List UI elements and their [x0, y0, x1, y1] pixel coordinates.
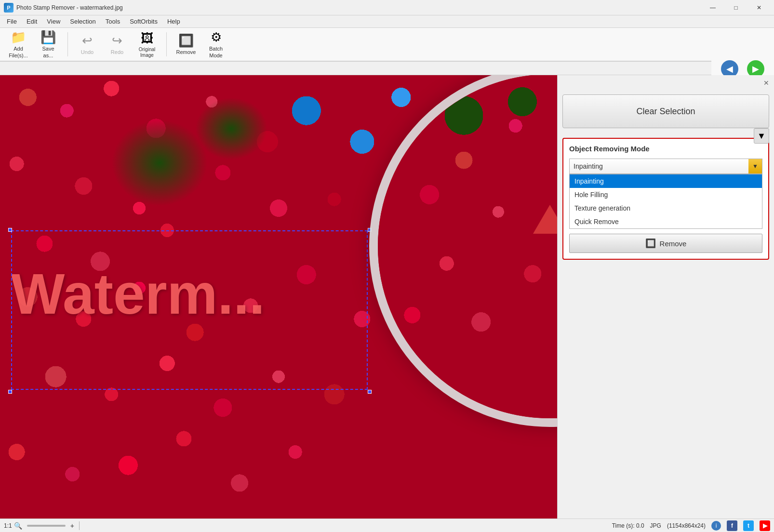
menu-edit[interactable]: Edit [22, 16, 42, 27]
watermark-text: Waterm... [11, 261, 265, 327]
menu-help[interactable]: Help [162, 16, 185, 27]
minimize-button[interactable]: — [702, 0, 724, 15]
add-files-icon: 📁 [11, 30, 26, 45]
dropdown-value: Inpainting [574, 162, 603, 170]
redo-button[interactable]: ↪ Redo [103, 29, 132, 59]
batch-mode-button[interactable]: ⚙ Batch Mode [201, 29, 230, 59]
undo-button[interactable]: ↩ Undo [73, 29, 102, 59]
mode-box-title: Object Removing Mode [569, 145, 762, 153]
sep-1 [79, 521, 80, 530]
dropdown-option-inpainting[interactable]: Inpainting [570, 174, 762, 188]
right-panel: ✕ Clear Selection ▼ Object Removing Mode… [557, 75, 774, 519]
photo-background: Waterm... [0, 75, 557, 519]
dropdown-option-hole-filling[interactable]: Hole Filling [570, 188, 762, 201]
foliage-2 [195, 97, 267, 160]
toolbar-group-file: 📁 Add File(s)... 💾 Save as... [4, 29, 63, 59]
zoom-plus-icon: + [70, 522, 74, 530]
dropdown-container: Inpainting ▼ Inpainting Hole Filling Tex… [569, 159, 762, 229]
photo-container: Waterm... [0, 75, 557, 519]
zoom-level: 1:1 [4, 522, 12, 529]
redo-icon: ↪ [112, 33, 122, 48]
subtoolbar [0, 62, 774, 75]
undo-icon: ↩ [82, 33, 93, 48]
panel-close-button[interactable]: ✕ [761, 78, 771, 88]
statusbar-right: Time (s): 0.0 JPG (1154x864x24) i f t ▶ [612, 520, 770, 531]
scroll-down-icon: ▼ [757, 131, 766, 141]
selection-handle-br[interactable] [368, 390, 372, 394]
scroll-down-button[interactable]: ▼ [754, 128, 769, 144]
selection-handle-tl[interactable] [8, 228, 12, 232]
canvas-area[interactable]: Waterm... [0, 75, 557, 519]
info-button[interactable]: i [711, 521, 721, 531]
window-title: Photo Stamp Remover - watermarked.jpg [16, 4, 702, 11]
dropdown-option-texture-gen[interactable]: Texture generation [570, 201, 762, 215]
main-area: Waterm... ✕ Clear Selection [0, 75, 774, 519]
dropdown-option-quick-remove[interactable]: Quick Remove [570, 215, 762, 228]
menu-view[interactable]: View [42, 16, 65, 27]
foliage-1 [111, 120, 208, 206]
add-files-label: Add File(s)... [9, 46, 28, 58]
save-icon: 💾 [40, 30, 56, 45]
remove-icon: 🔲 [178, 33, 194, 48]
dropdown-selected[interactable]: Inpainting ▼ [569, 159, 762, 174]
save-label: Save as... [42, 46, 54, 58]
toolbar: 📁 Add File(s)... 💾 Save as... ↩ Undo ↪ R… [0, 28, 774, 62]
menu-file[interactable]: File [2, 16, 22, 27]
statusbar: 1:1 🔍 + Time (s): 0.0 JPG (1154x864x24) … [0, 519, 774, 532]
remove-button[interactable]: 🔲 Remove [172, 29, 200, 59]
selection-handle-bl[interactable] [8, 390, 12, 394]
format-label: JPG [650, 522, 661, 529]
original-image-button[interactable]: 🖼 Original Image [133, 29, 161, 59]
maximize-button[interactable]: □ [725, 0, 747, 15]
zoom-icon: 🔍 [14, 522, 22, 530]
menu-softorbits[interactable]: SoftOrbits [125, 16, 162, 27]
menubar: File Edit View Selection Tools SoftOrbit… [0, 15, 774, 28]
twitter-icon[interactable]: t [743, 520, 754, 531]
selection-handle-tr[interactable] [368, 228, 372, 232]
batch-label: Batch Mode [209, 46, 223, 58]
window-controls: — □ ✕ [702, 0, 770, 15]
original-image-label: Original Image [139, 47, 155, 58]
remove-btn[interactable]: 🔲 Remove [569, 234, 762, 253]
toolbar-group-history: ↩ Undo ↪ Redo 🖼 Original Image [73, 29, 161, 59]
toolbar-group-actions: 🔲 Remove ⚙ Batch Mode [172, 29, 230, 59]
remove-btn-label: Remove [660, 239, 687, 248]
remove-label: Remove [176, 49, 196, 55]
remove-icon-img: 🔲 [645, 238, 656, 249]
menu-tools[interactable]: Tools [101, 16, 125, 27]
menu-selection[interactable]: Selection [65, 16, 100, 27]
toolbar-sep-2 [166, 32, 167, 56]
statusbar-zoom: 1:1 🔍 [4, 522, 22, 530]
clear-selection-label: Clear Selection [636, 106, 695, 117]
dropdown-list: Inpainting Hole Filling Texture generati… [569, 174, 762, 229]
batch-icon: ⚙ [211, 30, 222, 45]
titlebar: P Photo Stamp Remover - watermarked.jpg … [0, 0, 774, 15]
undo-label: Undo [81, 49, 93, 55]
close-button[interactable]: ✕ [748, 0, 770, 15]
youtube-icon[interactable]: ▶ [760, 520, 770, 531]
original-image-icon: 🖼 [141, 31, 153, 46]
dropdown-arrow-button[interactable]: ▼ [748, 159, 762, 173]
clear-selection-button[interactable]: Clear Selection [562, 94, 769, 128]
time-label: Time (s): 0.0 [612, 522, 644, 529]
toolbar-sep-1 [67, 32, 68, 56]
facebook-icon[interactable]: f [727, 520, 737, 531]
redo-label: Redo [111, 49, 123, 55]
zoom-slider[interactable] [27, 525, 66, 527]
dimensions-label: (1154x864x24) [667, 522, 706, 529]
app-icon: P [4, 3, 13, 13]
mode-box: Object Removing Mode Inpainting ▼ Inpain… [562, 138, 769, 260]
add-files-button[interactable]: 📁 Add File(s)... [4, 29, 33, 59]
save-as-button[interactable]: 💾 Save as... [34, 29, 63, 59]
